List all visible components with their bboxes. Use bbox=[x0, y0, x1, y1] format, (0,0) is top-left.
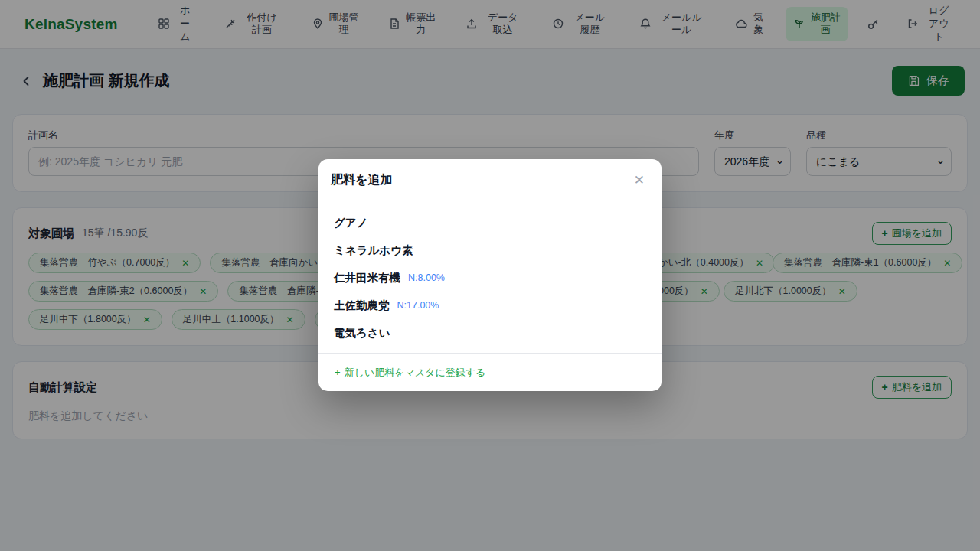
n-percentage: N:17.00% bbox=[397, 300, 439, 311]
fertilizer-list-item[interactable]: ミネラルホウ素 bbox=[318, 236, 662, 264]
close-icon[interactable]: ✕ bbox=[629, 172, 649, 188]
add-fertilizer-modal: 肥料を追加 ✕ グアノ ミネラルホウ素 仁井田米有機 N:8.00% 土佐勤農党… bbox=[318, 159, 662, 391]
modal-title: 肥料を追加 bbox=[331, 172, 392, 188]
register-new-fertilizer-link[interactable]: + 新しい肥料をマスタに登録する bbox=[335, 366, 485, 380]
fertilizer-list-item[interactable]: 電気ろさい bbox=[318, 319, 662, 347]
fertilizer-list: グアノ ミネラルホウ素 仁井田米有機 N:8.00% 土佐勤農党 N:17.00… bbox=[318, 201, 662, 353]
n-percentage: N:8.00% bbox=[408, 272, 445, 283]
fertilizer-list-item[interactable]: 土佐勤農党 N:17.00% bbox=[318, 292, 662, 319]
fertilizer-list-item[interactable]: 仁井田米有機 N:8.00% bbox=[318, 264, 662, 292]
fertilizer-list-item[interactable]: グアノ bbox=[318, 209, 662, 236]
plus-icon: + bbox=[335, 367, 341, 378]
